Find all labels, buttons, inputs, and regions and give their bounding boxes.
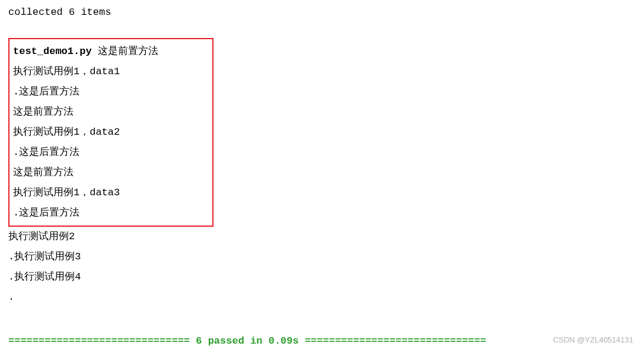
- output-line: 执行测试用例1，data1: [13, 62, 209, 82]
- setup-text-after-file: 这是前置方法: [92, 46, 158, 57]
- output-line: .这是后置方法: [13, 82, 209, 102]
- summary-right-deco: ==============================: [299, 335, 486, 347]
- file-name: test_demo1.py: [13, 46, 92, 57]
- output-line: .这是后置方法: [13, 203, 209, 223]
- first-file-line: test_demo1.py 这是前置方法: [13, 42, 209, 62]
- output-line: 执行测试用例1，data2: [13, 122, 209, 142]
- output-line: 这是前置方法: [13, 163, 209, 183]
- summary-left-deco: ==============================: [8, 335, 196, 347]
- output-line: .执行测试用例4: [8, 267, 636, 287]
- output-line: 执行测试用例2: [8, 227, 636, 247]
- output-line: .这是后置方法: [13, 142, 209, 163]
- output-line: 执行测试用例1，data3: [13, 183, 209, 203]
- summary-result: 6 passed in 0.09s: [196, 335, 298, 347]
- output-line: .执行测试用例3: [8, 247, 636, 267]
- output-line: .: [8, 287, 636, 307]
- output-line: 这是前置方法: [13, 102, 209, 122]
- collected-items-line: collected 6 items: [8, 2, 636, 23]
- highlighted-output-box: test_demo1.py 这是前置方法 执行测试用例1，data1 .这是后置…: [8, 38, 213, 227]
- csdn-watermark: CSDN @YZL40514131: [553, 332, 633, 348]
- test-summary-line: ============================== 6 passed …: [8, 331, 636, 349]
